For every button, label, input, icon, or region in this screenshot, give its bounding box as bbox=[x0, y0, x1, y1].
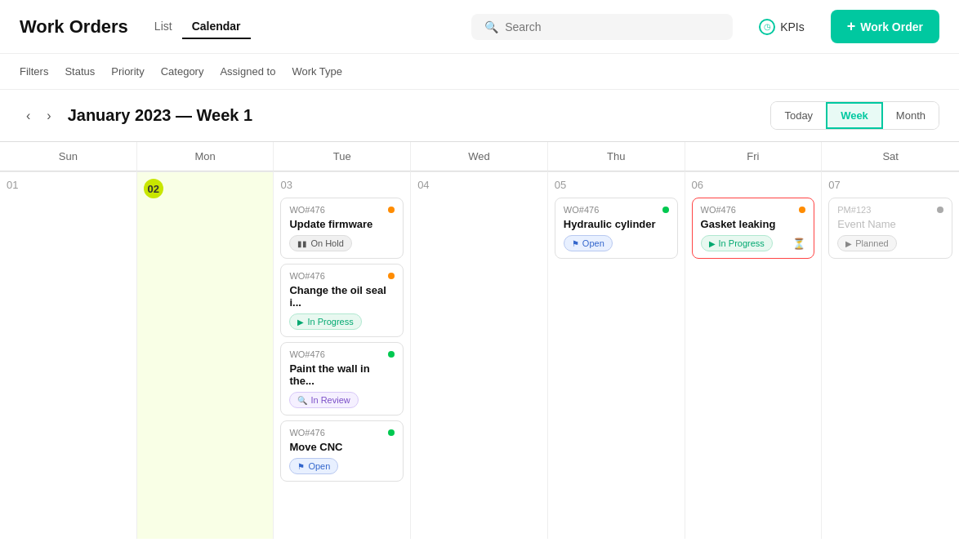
play-icon: ▶ bbox=[297, 318, 304, 327]
wo-card-update-firmware[interactable]: WO#476 Update firmware ▮▮ On Hold bbox=[280, 198, 404, 259]
kpi-button[interactable]: ◷ KPIs bbox=[746, 12, 818, 42]
wo-card-header: WO#476 bbox=[289, 428, 395, 438]
status-badge: ⚑ Open bbox=[564, 235, 613, 251]
priority-indicator bbox=[388, 273, 395, 279]
wo-card-move-cnc[interactable]: WO#476 Move CNC ⚑ Open bbox=[280, 420, 404, 482]
search-input[interactable] bbox=[505, 20, 720, 33]
flag-icon: ⚑ bbox=[297, 462, 305, 471]
priority-indicator bbox=[388, 207, 395, 213]
day-mon: 02 bbox=[137, 171, 274, 539]
day-thu: 05 WO#476 Hydraulic cylinder ⚑ Open bbox=[548, 171, 685, 539]
wo-card-change-oil[interactable]: WO#476 Change the oil seal i... ▶ In Pro… bbox=[280, 264, 404, 337]
wo-card-paint-wall[interactable]: WO#476 Paint the wall in the... 🔍 In Rev… bbox=[280, 342, 404, 416]
day-header-sat: Sat bbox=[822, 142, 959, 171]
wo-card-header: WO#476 bbox=[701, 205, 806, 215]
app-title: Work Orders bbox=[20, 16, 128, 38]
pm-id: PM#123 bbox=[837, 205, 871, 215]
status-badge: 🔍 In Review bbox=[289, 392, 358, 408]
search-bar: 🔍 bbox=[471, 14, 733, 40]
wo-title: Hydraulic cylinder bbox=[564, 218, 669, 230]
main-tabs: List Calendar bbox=[145, 15, 251, 39]
wo-card-header: WO#476 bbox=[289, 271, 395, 281]
day-header-wed: Wed bbox=[411, 142, 548, 171]
today-badge: 02 bbox=[144, 179, 163, 198]
wo-title: Update firmware bbox=[289, 218, 395, 230]
wo-id: WO#476 bbox=[701, 205, 736, 215]
day-fri: 06 WO#476 Gasket leaking ▶ In Progress ⏳ bbox=[685, 171, 823, 539]
day-num-sat: 07 bbox=[828, 179, 952, 191]
day-num-mon: 02 bbox=[144, 179, 267, 205]
wo-id: WO#476 bbox=[289, 428, 324, 438]
filter-worktype[interactable]: Work Type bbox=[292, 62, 342, 81]
calendar: Sun Mon Tue Wed Thu Fri Sat 01 02 03 WO#… bbox=[0, 141, 959, 539]
priority-indicator bbox=[662, 207, 669, 213]
pause-icon: ▮▮ bbox=[297, 239, 307, 248]
day-header-thu: Thu bbox=[548, 142, 685, 171]
priority-indicator bbox=[388, 351, 395, 358]
day-num-wed: 04 bbox=[417, 179, 541, 191]
wo-title: Move CNC bbox=[289, 441, 395, 453]
search-icon: 🔍 bbox=[484, 20, 498, 33]
wo-card-header: WO#476 bbox=[289, 205, 395, 215]
wo-id: WO#476 bbox=[289, 271, 324, 281]
day-num-tue: 03 bbox=[280, 179, 404, 191]
view-today-button[interactable]: Today bbox=[771, 102, 826, 129]
wo-title: Gasket leaking bbox=[701, 218, 806, 230]
filter-status[interactable]: Status bbox=[65, 62, 95, 81]
calendar-title: January 2023 — Week 1 bbox=[68, 106, 761, 125]
filter-category[interactable]: Category bbox=[161, 62, 204, 81]
prev-button[interactable]: ‹ bbox=[20, 105, 37, 127]
status-badge: ▶ In Progress bbox=[289, 313, 361, 330]
status-badge: ▮▮ On Hold bbox=[289, 235, 351, 251]
filter-priority[interactable]: Priority bbox=[111, 62, 144, 81]
status-badge: ⚑ Open bbox=[289, 458, 338, 474]
view-week-button[interactable]: Week bbox=[826, 102, 883, 129]
day-header-sun: Sun bbox=[0, 142, 137, 171]
day-header-fri: Fri bbox=[685, 142, 823, 171]
wo-id: WO#476 bbox=[564, 205, 599, 215]
view-month-button[interactable]: Month bbox=[883, 102, 939, 129]
next-button[interactable]: › bbox=[40, 105, 57, 127]
play-icon: ▶ bbox=[709, 239, 716, 248]
header: Work Orders List Calendar 🔍 ◷ KPIs + Wor… bbox=[0, 0, 959, 54]
calendar-header: Sun Mon Tue Wed Thu Fri Sat bbox=[0, 142, 959, 171]
nav-arrows: ‹ › bbox=[20, 105, 58, 127]
day-sun: 01 bbox=[0, 171, 137, 539]
filters-bar: Filters Status Priority Category Assigne… bbox=[0, 54, 959, 90]
review-icon: 🔍 bbox=[297, 396, 307, 405]
pm-card-header: PM#123 bbox=[837, 205, 943, 215]
flag-icon: ⚑ bbox=[572, 239, 579, 248]
wo-title: Change the oil seal i... bbox=[289, 284, 395, 309]
priority-indicator bbox=[388, 429, 395, 436]
wo-card-hydraulic[interactable]: WO#476 Hydraulic cylinder ⚑ Open bbox=[555, 198, 678, 259]
wo-id: WO#476 bbox=[289, 349, 324, 359]
view-buttons: Today Week Month bbox=[770, 101, 939, 130]
day-num-sun: 01 bbox=[7, 179, 130, 191]
work-order-button[interactable]: + Work Order bbox=[831, 10, 939, 43]
day-num-thu: 05 bbox=[555, 179, 678, 191]
day-tue: 03 WO#476 Update firmware ▮▮ On Hold WO#… bbox=[274, 171, 411, 539]
priority-indicator bbox=[799, 207, 805, 213]
filter-filters[interactable]: Filters bbox=[20, 62, 48, 81]
day-sat: 07 PM#123 Event Name ▶ Planned bbox=[822, 171, 959, 539]
pm-title: Event Name bbox=[837, 218, 943, 230]
pm-card-event[interactable]: PM#123 Event Name ▶ Planned bbox=[828, 198, 952, 259]
calendar-body: 01 02 03 WO#476 Update firmware ▮▮ On Ho… bbox=[0, 171, 959, 539]
overdue-clock-icon: ⏳ bbox=[792, 238, 805, 250]
tab-list[interactable]: List bbox=[145, 15, 182, 39]
planned-icon: ▶ bbox=[845, 239, 852, 248]
day-header-mon: Mon bbox=[137, 142, 274, 171]
filter-assigned[interactable]: Assigned to bbox=[220, 62, 275, 81]
status-badge: ▶ In Progress bbox=[701, 235, 773, 251]
wo-title: Paint the wall in the... bbox=[289, 362, 395, 387]
wo-id: WO#476 bbox=[289, 205, 324, 215]
wo-card-header: WO#476 bbox=[564, 205, 669, 215]
day-header-tue: Tue bbox=[274, 142, 411, 171]
day-num-fri: 06 bbox=[692, 179, 815, 191]
plus-icon: + bbox=[847, 18, 856, 35]
wo-card-header: WO#476 bbox=[289, 349, 395, 359]
wo-card-gasket[interactable]: WO#476 Gasket leaking ▶ In Progress ⏳ bbox=[692, 198, 815, 259]
day-wed: 04 bbox=[411, 171, 548, 539]
tab-calendar[interactable]: Calendar bbox=[182, 15, 251, 39]
kpi-icon: ◷ bbox=[759, 19, 775, 35]
